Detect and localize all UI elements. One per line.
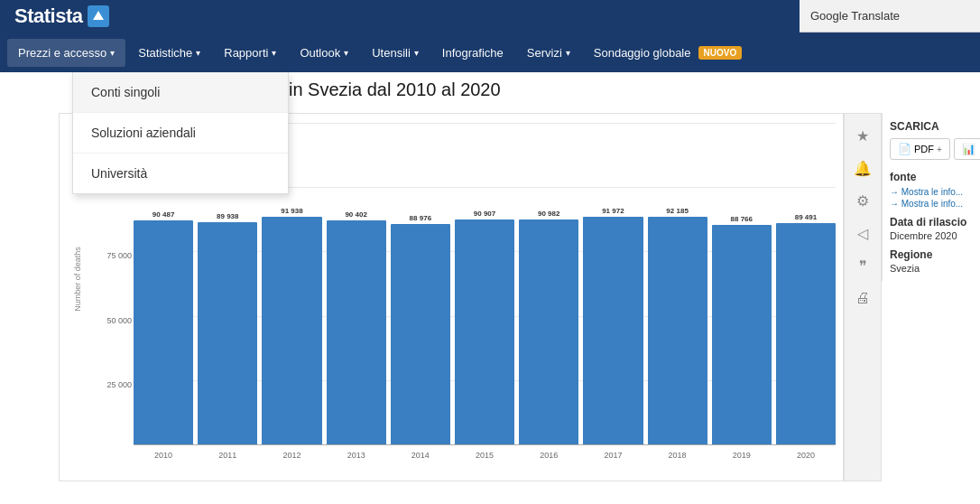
bar-value-2014: 88 976: [410, 214, 431, 222]
scarica-buttons: 📄 PDF + 📊: [890, 138, 973, 160]
pdf-label: PDF: [914, 144, 934, 154]
translate-bar: Google Translate: [800, 0, 980, 33]
nav-label-sondaggio: Sondaggio globale: [594, 46, 691, 60]
regione-value: Svezia: [890, 263, 973, 274]
bar-rect-2016: [519, 219, 578, 444]
bar-value-2016: 90 982: [538, 210, 559, 218]
dropdown-label-conti: Conti singoli: [91, 85, 160, 99]
bar-value-2010: 90 487: [153, 210, 174, 219]
nav-item-utensili[interactable]: Utensili ▾: [361, 39, 430, 67]
bar-rect-2013: [327, 220, 386, 444]
bar-col-2018: 92 185: [648, 123, 707, 444]
caret-icon-4: ▾: [414, 48, 419, 58]
dropdown-item-soluzioni[interactable]: Soluzioni aziendali: [73, 113, 288, 154]
bar-value-2015: 90 907: [474, 210, 495, 218]
nav-item-prezzi[interactable]: Prezzi e accesso ▾: [7, 39, 125, 67]
pdf-plus-icon: +: [937, 145, 942, 154]
action-panel: ★ 🔔 ⚙ ◁ ❞ 🖨: [844, 113, 882, 481]
nav-item-sondaggio[interactable]: Sondaggio globale NUOVO: [583, 39, 753, 67]
star-button[interactable]: ★: [848, 121, 877, 150]
xls-icon: 📊: [962, 143, 975, 155]
bar-rect-2019: [712, 225, 772, 444]
fonte-link-2[interactable]: → Mostra le info...: [890, 199, 973, 209]
bar-col-2014: 88 976: [391, 123, 450, 444]
data-rilascio-title: Data di rilascio: [890, 216, 973, 229]
y-axis-title: Number of deaths: [73, 247, 82, 312]
navbar: Prezzi e accesso ▾ Statistiche ▾ Rapport…: [0, 33, 980, 72]
x-label-2011: 2011: [198, 447, 257, 476]
y-label-25: 25 000: [106, 380, 132, 389]
xls-button[interactable]: 📊: [954, 138, 980, 160]
fonte-link-1[interactable]: → Mostra le info...: [890, 187, 973, 197]
nav-item-rapporti[interactable]: Rapporti ▾: [213, 39, 287, 67]
x-label-2013: 2013: [327, 447, 386, 476]
bar-rect-2011: [198, 222, 257, 444]
logo-icon: [88, 5, 109, 27]
bar-value-2013: 90 402: [345, 210, 366, 219]
bar-value-2017: 91 972: [602, 207, 624, 215]
nav-label-servizi: Servizi: [527, 46, 562, 60]
quote-button[interactable]: ❞: [848, 251, 877, 280]
bar-col-2013: 90 402: [327, 123, 386, 444]
nav-label-statistiche: Statistiche: [138, 46, 192, 60]
bar-value-2019: 88 766: [731, 215, 753, 223]
bar-value-2011: 89 938: [217, 212, 238, 220]
page-title: in Svezia dal 2010 al 2020: [289, 79, 790, 100]
caret-icon-1: ▾: [196, 48, 200, 58]
data-rilascio-value: Dicembre 2020: [890, 230, 973, 241]
settings-button[interactable]: ⚙: [848, 186, 877, 215]
scarica-title: SCARICA: [890, 120, 973, 133]
bar-value-2018: 92 185: [666, 207, 688, 215]
bar-rect-2020: [776, 223, 836, 444]
pdf-icon: 📄: [898, 143, 911, 155]
dropdown-label-universita: Università: [91, 166, 147, 181]
x-label-2019: 2019: [712, 447, 772, 476]
svg-marker-0: [93, 11, 104, 20]
nav-label-outlook: Outlook: [300, 46, 340, 60]
bar-rect-2015: [455, 219, 514, 444]
bell-button[interactable]: 🔔: [848, 154, 877, 182]
bar-col-2017: 91 972: [583, 123, 643, 444]
nav-item-infografiche[interactable]: Infografiche: [431, 39, 514, 67]
grid-line-100: [134, 444, 836, 445]
regione-title: Regione: [890, 248, 973, 261]
nav-item-statistiche[interactable]: Statistiche ▾: [127, 39, 211, 67]
print-button[interactable]: 🖨: [848, 284, 877, 313]
logo-text: Statista: [14, 5, 82, 28]
caret-icon-2: ▾: [272, 48, 276, 58]
nav-label-infografiche: Infografiche: [442, 46, 504, 60]
translate-label: Google Translate: [810, 9, 900, 23]
nav-label-prezzi: Prezzi e accesso: [18, 46, 106, 60]
nav-badge-nuovo: NUOVO: [698, 46, 743, 60]
pdf-button[interactable]: 📄 PDF +: [890, 138, 950, 160]
dropdown-label-soluzioni: Soluzioni aziendali: [91, 126, 196, 140]
x-label-2018: 2018: [648, 447, 707, 476]
x-label-2015: 2015: [455, 447, 514, 476]
fonte-title: fonte: [890, 171, 973, 183]
bar-col-2015: 90 907: [455, 123, 514, 444]
bar-rect-2017: [583, 217, 643, 444]
dropdown-item-universita[interactable]: Università: [73, 154, 288, 193]
nav-item-outlook[interactable]: Outlook ▾: [289, 39, 359, 67]
dropdown-item-conti[interactable]: Conti singoli: [73, 72, 288, 113]
nav-item-servizi[interactable]: Servizi ▾: [516, 39, 581, 67]
bar-rect-2018: [648, 217, 707, 444]
caret-icon-6: ▾: [566, 48, 570, 58]
x-label-2014: 2014: [391, 447, 450, 476]
dropdown-menu: Conti singoli Soluzioni aziendali Univer…: [72, 72, 289, 194]
nav-label-rapporti: Rapporti: [224, 46, 268, 60]
bar-rect-2010: [134, 220, 193, 444]
x-labels: 2010201120122013201420152016201720182019…: [134, 447, 836, 476]
bar-value-2020: 89 491: [795, 213, 817, 221]
x-label-2017: 2017: [583, 447, 643, 476]
bar-col-2020: 89 491: [776, 123, 836, 444]
caret-icon-3: ▾: [344, 48, 348, 58]
share-button[interactable]: ◁: [848, 219, 877, 247]
logo[interactable]: Statista: [14, 5, 109, 28]
caret-icon-0: ▾: [110, 48, 115, 58]
bar-col-2019: 88 766: [712, 123, 772, 444]
y-label-50: 50 000: [106, 316, 132, 325]
bar-rect-2014: [391, 224, 450, 444]
x-label-2012: 2012: [262, 447, 321, 476]
y-label-75: 75 000: [106, 251, 132, 260]
